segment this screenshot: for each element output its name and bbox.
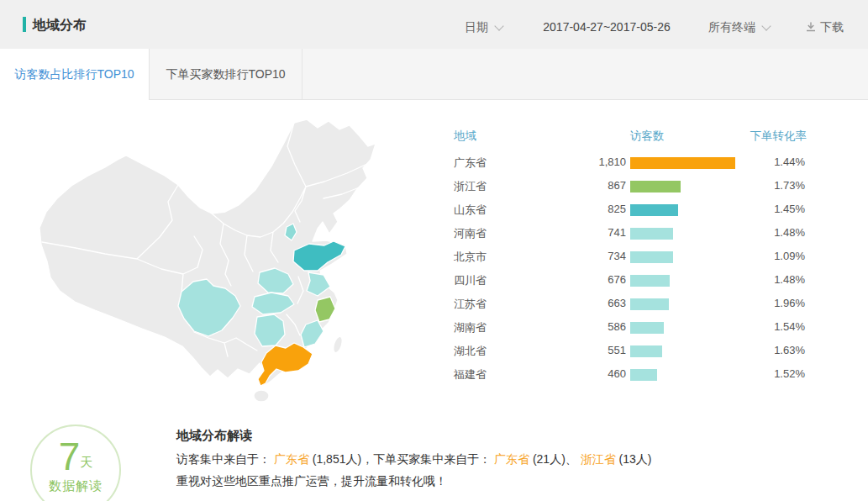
tab-order-buyer-rank-top10[interactable]: 下单买家数排行TOP10 [150, 49, 302, 99]
region-label: 山东省 [454, 203, 487, 218]
visitors-bar [630, 322, 664, 334]
highlight-region: 浙江省 [581, 452, 616, 466]
visitors-bar [630, 181, 681, 192]
page-title: 地域分布 [33, 17, 87, 34]
region-label: 四川省 [454, 273, 487, 288]
table-row: 浙江省8671.73% [454, 175, 807, 198]
conversion-rate-value: 1.63% [774, 344, 805, 356]
conversion-rate-value: 1.73% [774, 179, 805, 192]
download-label: 下载 [820, 20, 844, 34]
badge-days: 7天 [32, 437, 119, 476]
region-label: 河南省 [454, 226, 487, 241]
column-header-conversion-rate: 下单转化率 [750, 129, 808, 144]
visitors-value: 734 [529, 250, 626, 262]
insight-days-badge: 7天 数据解读 [30, 425, 121, 501]
top-bar: 地域分布 日期 2017-04-27~2017-05-26 所有终端 下载 [0, 0, 868, 49]
region-label: 广东省 [454, 156, 487, 171]
china-map[interactable] [17, 118, 403, 412]
table-row: 北京市7341.09% [454, 245, 807, 269]
visitors-bar [630, 369, 657, 381]
insight-title: 地域分布解读 [176, 428, 252, 444]
insight-text: (21人)、 [529, 452, 581, 466]
table-row: 山东省8251.45% [454, 198, 807, 222]
table-body: 广东省1,8101.44%浙江省8671.73%山东省8251.45%河南省74… [454, 151, 807, 387]
region-label: 浙江省 [454, 179, 487, 194]
map-province-taiwan [332, 335, 345, 354]
download-icon [805, 21, 817, 33]
map-province-zhejiang[interactable] [315, 297, 335, 322]
visitors-value: 551 [529, 344, 626, 356]
column-header-region: 地域 [454, 129, 476, 144]
date-range-picker[interactable]: 2017-04-27~2017-05-26 [536, 20, 677, 34]
tab-bar: 访客数占比排行TOP10 下单买家数排行TOP10 [0, 49, 868, 100]
insight-text: 访客集中来自于： [176, 452, 274, 466]
table-row: 四川省6761.48% [454, 269, 807, 293]
insight-text: (13人) [616, 452, 652, 466]
visitors-value: 586 [529, 320, 626, 333]
visitors-value: 867 [529, 179, 626, 192]
region-ranking-table: 地域 访客数 下单转化率 广东省1,8101.44%浙江省8671.73%山东省… [454, 126, 807, 387]
conversion-rate-value: 1.96% [774, 297, 805, 309]
visitors-value: 741 [529, 226, 626, 239]
visitors-value: 1,810 [529, 156, 626, 168]
region-label: 湖南省 [454, 320, 487, 335]
table-row: 河南省7411.48% [454, 222, 807, 245]
conversion-rate-value: 1.48% [774, 226, 805, 239]
conversion-rate-value: 1.48% [774, 273, 805, 286]
region-label: 江苏省 [454, 297, 487, 312]
terminal-dropdown[interactable]: 所有终端 [708, 20, 770, 35]
visitors-value: 460 [529, 367, 626, 380]
visitors-value: 825 [529, 203, 626, 215]
highlight-region: 广东省 [274, 452, 309, 466]
table-row: 湖北省5511.63% [454, 340, 807, 363]
table-row: 湖南省5861.54% [454, 316, 807, 340]
column-header-visitors: 访客数 [630, 129, 665, 144]
visitors-bar [630, 251, 673, 263]
conversion-rate-value: 1.52% [774, 367, 805, 380]
table-row: 广东省1,8101.44% [454, 151, 807, 175]
highlight-region: 广东省 [494, 452, 529, 466]
visitors-bar [630, 275, 670, 287]
conversion-rate-value: 1.45% [774, 203, 805, 215]
title-accent-bar [23, 17, 26, 32]
visitors-bar [630, 345, 662, 357]
visitors-bar [630, 157, 735, 169]
terminal-label: 所有终端 [708, 20, 755, 34]
insight-line-1: 访客集中来自于： 广东省 (1,851人)，下单买家集中来自于： 广东省 (21… [176, 452, 652, 467]
date-type-dropdown[interactable]: 日期 [465, 20, 502, 35]
conversion-rate-value: 1.09% [774, 250, 805, 262]
table-header-row: 地域 访客数 下单转化率 [454, 126, 807, 151]
visitors-value: 663 [529, 297, 626, 309]
region-label: 福建省 [454, 367, 487, 382]
badge-label: 数据解读 [32, 478, 119, 494]
visitors-bar [630, 228, 673, 240]
chevron-down-icon [494, 21, 503, 30]
map-province-hainan[interactable] [254, 390, 269, 402]
conversion-rate-value: 1.54% [774, 320, 805, 333]
visitors-bar [630, 204, 678, 216]
chevron-down-icon [761, 21, 771, 30]
visitors-bar [630, 298, 669, 310]
date-type-label: 日期 [465, 20, 488, 34]
insight-line-2: 重视对这些地区重点推广运营，提升流量和转化哦！ [176, 474, 447, 489]
insight-text: (1,851人)，下单买家集中来自于： [309, 452, 494, 466]
table-row: 江苏省6631.96% [454, 293, 807, 316]
region-label: 北京市 [454, 250, 487, 265]
table-row: 福建省4601.52% [454, 363, 807, 387]
conversion-rate-value: 1.44% [774, 156, 805, 168]
download-button[interactable]: 下载 [805, 20, 844, 35]
tab-visitor-rank-top10[interactable]: 访客数占比排行TOP10 [0, 49, 150, 100]
visitors-value: 676 [529, 273, 626, 286]
region-label: 湖北省 [454, 344, 487, 359]
